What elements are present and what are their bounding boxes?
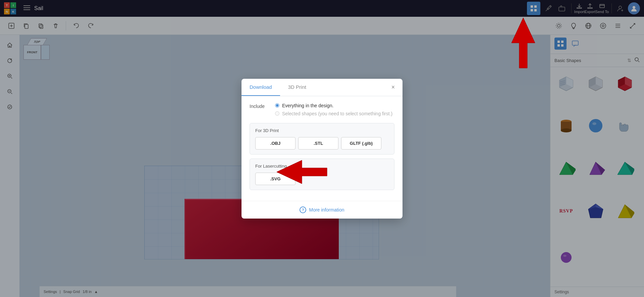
radio-everything-label: Everything in the design. [282, 103, 333, 108]
radio-everything[interactable]: Everything in the design. [275, 103, 392, 108]
for-3d-print-section: For 3D Print .OBJ .STL GLTF (.glb) [250, 123, 394, 155]
close-button[interactable]: × [389, 83, 397, 91]
radio-selected[interactable]: Selected shapes (you need to select some… [275, 111, 392, 116]
svg-marker-64 [512, 18, 535, 68]
gltf-button[interactable]: GLTF (.glb) [341, 137, 381, 150]
svg-marker-65 [277, 160, 327, 184]
tab-3d-print[interactable]: 3D Print [280, 79, 314, 96]
for-3d-print-buttons: .OBJ .STL GLTF (.glb) [255, 137, 389, 150]
info-icon: ? [300, 206, 306, 213]
radio-selected-label: Selected shapes (you need to select some… [282, 111, 392, 116]
include-label: Include [250, 103, 270, 109]
stl-button[interactable]: .STL [298, 137, 338, 150]
modal-overlay: Download 3D Print × Include Everything i… [0, 0, 644, 297]
include-row: Include Everything in the design. Select… [250, 103, 394, 116]
modal-header: Download 3D Print × [241, 79, 402, 96]
radio-selected-input[interactable] [275, 111, 279, 116]
radio-options: Everything in the design. Selected shape… [275, 103, 392, 116]
red-arrow-left [275, 159, 329, 185]
modal-footer: ? More information [241, 201, 402, 219]
red-arrow-up [508, 16, 538, 70]
more-info-label: More information [309, 207, 344, 213]
more-info-link[interactable]: ? More information [300, 206, 344, 213]
radio-everything-input[interactable] [275, 103, 279, 108]
download-modal: Download 3D Print × Include Everything i… [241, 79, 402, 219]
obj-button[interactable]: .OBJ [255, 137, 296, 150]
tab-download[interactable]: Download [241, 79, 280, 96]
for-3d-print-title: For 3D Print [255, 128, 389, 133]
